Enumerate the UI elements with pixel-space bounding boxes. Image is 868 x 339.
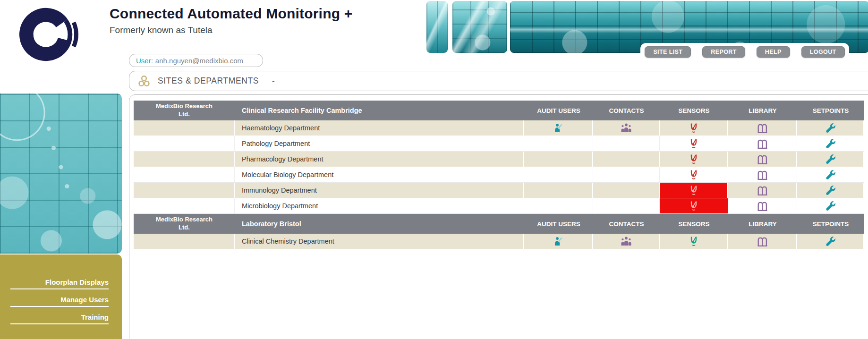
section-collapse-toggle[interactable]: -	[272, 76, 275, 86]
column-header: SETPOINTS	[797, 107, 864, 114]
contacts-cell	[593, 152, 660, 167]
site-name: Laboratory Bristol	[235, 220, 524, 228]
audit-users-icon	[553, 236, 563, 246]
site-list-button[interactable]: SITE LIST	[645, 46, 691, 58]
contacts-cell[interactable]	[593, 234, 660, 249]
table-row: Molecular Biology Department	[134, 167, 864, 183]
sensors-cell[interactable]	[660, 234, 728, 249]
audit-users-cell	[524, 183, 593, 198]
sensors-cell[interactable]	[660, 152, 728, 167]
sensor-icon	[689, 154, 699, 164]
table-row: Haematology Department	[134, 120, 864, 136]
setpoints-icon	[825, 138, 836, 149]
setpoints-icon	[825, 170, 836, 180]
page-title: Connected Automated Monitoring +	[110, 6, 352, 22]
library-cell[interactable]	[728, 234, 797, 249]
setpoints-cell[interactable]	[797, 183, 864, 198]
app-logo	[18, 2, 83, 67]
department-cell: Immunology Department	[235, 183, 524, 198]
setpoints-icon	[825, 236, 836, 247]
library-cell[interactable]	[728, 167, 797, 182]
audit-users-cell	[524, 167, 593, 182]
department-cell: Microbiology Department	[235, 198, 524, 213]
user-display: User: anh.nguyen@medixbio.com	[129, 54, 263, 67]
column-header: SENSORS	[660, 107, 728, 114]
setpoints-cell[interactable]	[797, 152, 864, 167]
library-icon	[757, 236, 768, 246]
table-group-header: MedixBio Research Ltd. Laboratory Bristo…	[134, 214, 864, 234]
sensor-icon	[689, 201, 699, 211]
sensors-cell[interactable]	[660, 167, 728, 182]
sensors-cell[interactable]	[660, 136, 728, 151]
page-subtitle: Formerly known as Tutela	[110, 25, 352, 35]
org-cell	[134, 120, 235, 136]
setpoints-cell[interactable]	[797, 234, 864, 249]
audit-users-cell[interactable]	[524, 120, 593, 136]
user-email: anh.nguyen@medixbio.com	[155, 57, 243, 65]
setpoints-cell[interactable]	[797, 120, 864, 136]
sensor-icon	[689, 123, 699, 133]
column-header: AUDIT USERS	[524, 220, 593, 228]
sensor-icon	[689, 138, 699, 149]
logout-button[interactable]: LOGOUT	[801, 46, 845, 58]
column-header: SETPOINTS	[797, 220, 864, 228]
audit-users-cell	[524, 198, 593, 213]
sidebar-decorative-image	[0, 93, 122, 254]
table-row: Pharmacology Department	[134, 152, 864, 167]
org-cell	[134, 183, 235, 198]
department-cell: Pathology Department	[235, 136, 524, 151]
library-cell[interactable]	[728, 120, 797, 136]
org-cell	[134, 234, 235, 249]
report-button[interactable]: REPORT	[702, 46, 745, 58]
library-cell[interactable]	[728, 198, 797, 213]
audit-users-cell[interactable]	[524, 234, 593, 249]
page: { "header": { "title": "Connected Automa…	[0, 0, 868, 339]
column-header: CONTACTS	[593, 220, 660, 228]
org-cell	[134, 198, 235, 213]
logo-ring-icon	[18, 2, 83, 67]
sensor-icon	[689, 170, 699, 180]
sidebar-item-floorplan-displays[interactable]: Floorplan Displays	[10, 278, 109, 289]
column-header: CONTACTS	[593, 107, 660, 114]
contacts-cell	[593, 167, 660, 182]
audit-users-cell	[524, 152, 593, 167]
column-header: AUDIT USERS	[524, 107, 593, 114]
library-icon	[757, 138, 768, 149]
contacts-icon	[621, 237, 632, 246]
sidebar-nav: Floorplan Displays Manage Users Training	[0, 254, 122, 339]
banner-image-small	[426, 1, 448, 53]
sensors-cell[interactable]	[660, 120, 728, 136]
setpoints-cell[interactable]	[797, 198, 864, 213]
nav-button-bar: SITE LIST REPORT HELP LOGOUT	[640, 43, 849, 71]
setpoints-cell[interactable]	[797, 167, 864, 182]
table-group-header: MedixBio Research Ltd. Clinical Research…	[134, 101, 864, 120]
help-button[interactable]: HELP	[757, 46, 790, 58]
setpoints-cell[interactable]	[797, 136, 864, 151]
contacts-cell	[593, 198, 660, 213]
library-icon	[757, 185, 768, 195]
table-row: Pathology Department	[134, 136, 864, 152]
sidebar-item-manage-users[interactable]: Manage Users	[10, 296, 109, 307]
title-block: Connected Automated Monitoring + Formerl…	[110, 6, 352, 35]
library-cell[interactable]	[728, 152, 797, 167]
sensor-icon	[689, 185, 699, 195]
org-cell	[134, 136, 235, 151]
library-icon	[757, 123, 768, 133]
column-header: LIBRARY	[728, 220, 797, 228]
setpoints-icon	[825, 123, 836, 134]
contacts-icon	[621, 123, 632, 133]
sensors-cell[interactable]	[660, 198, 728, 213]
sensors-cell[interactable]	[660, 183, 728, 198]
org-name: MedixBio Research Ltd.	[134, 102, 235, 119]
sidebar-item-training[interactable]: Training	[10, 313, 109, 324]
contacts-cell[interactable]	[593, 120, 660, 136]
library-cell[interactable]	[728, 136, 797, 151]
sites-cluster-icon	[137, 75, 151, 88]
org-cell	[134, 152, 235, 167]
site-name: Clinical Research Facility Cambridge	[235, 107, 524, 114]
department-cell: Clinical Chemistry Department	[235, 234, 524, 249]
column-header: SENSORS	[660, 220, 728, 228]
library-cell[interactable]	[728, 183, 797, 198]
user-label: User:	[136, 57, 153, 65]
department-cell: Molecular Biology Department	[235, 167, 524, 182]
